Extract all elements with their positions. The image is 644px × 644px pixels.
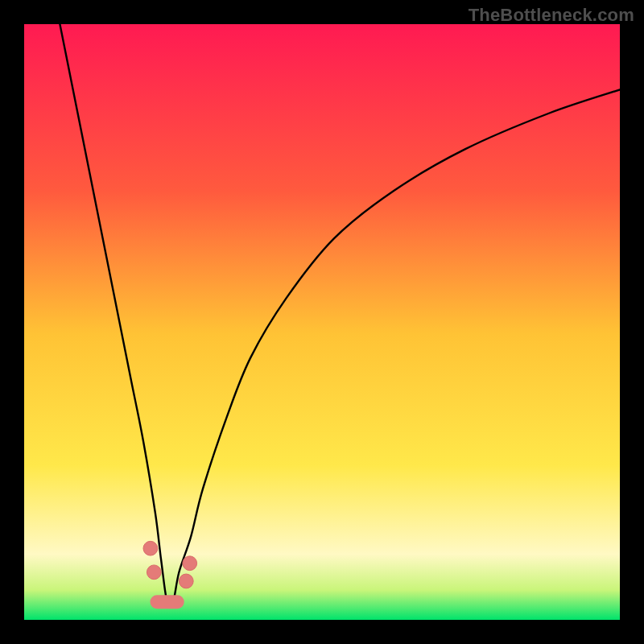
chart-svg: [24, 24, 620, 620]
right-dot-upper: [183, 556, 197, 571]
left-dot-lower: [147, 565, 161, 580]
watermark-text: TheBottleneck.com: [469, 5, 634, 26]
outer-frame: TheBottleneck.com: [0, 0, 644, 644]
right-dot-lower: [179, 574, 193, 588]
gradient-background: [24, 24, 620, 620]
left-dot-upper: [143, 541, 158, 555]
plot-area: [24, 24, 620, 620]
